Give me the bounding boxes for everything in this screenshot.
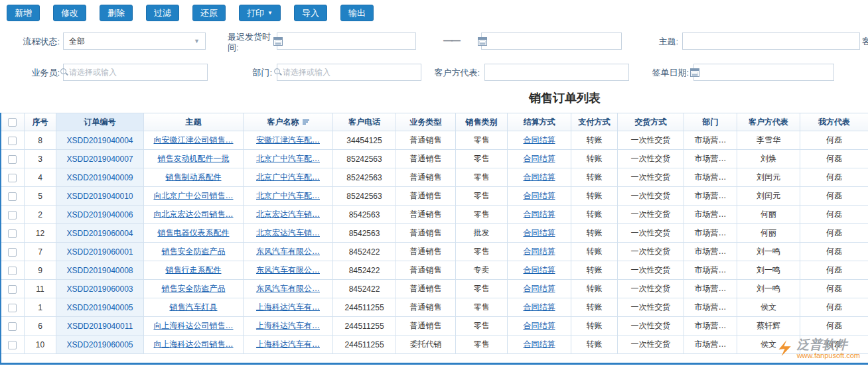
cell-subject[interactable]: 向北京宏达公司销售… — [144, 206, 244, 224]
cell-order_no[interactable]: XSDD2019060003 — [56, 280, 144, 298]
column-header[interactable]: 销售类别 — [456, 113, 508, 131]
search-icon[interactable] — [273, 68, 283, 77]
cell-settle[interactable]: 合同结算 — [508, 131, 571, 150]
cell-order_no[interactable]: XSDD2019060001 — [56, 243, 144, 261]
customer-rep-input[interactable] — [484, 64, 629, 81]
sign-date-input[interactable] — [693, 64, 834, 81]
column-header[interactable]: 客户方代表 — [737, 113, 800, 131]
cell-customer[interactable]: 东风汽车有限公… — [244, 280, 333, 298]
department-input[interactable] — [277, 64, 421, 81]
calendar-icon[interactable] — [690, 68, 699, 77]
cell-settle[interactable]: 合同结算 — [508, 206, 571, 224]
cell-subject[interactable]: 销售制动系配件 — [144, 168, 244, 187]
cell-order_no[interactable]: XSDD2019060004 — [56, 224, 144, 243]
cell-order_no[interactable]: XSDD2019040008 — [56, 261, 144, 280]
select-all-checkbox[interactable] — [8, 118, 17, 127]
row-checkbox[interactable] — [8, 211, 17, 219]
row-checkbox[interactable] — [8, 341, 17, 349]
cell-subject[interactable]: 向上海科达公司销售… — [144, 336, 244, 354]
sort-filter-icon[interactable] — [303, 119, 309, 125]
salesman-input[interactable] — [63, 64, 208, 81]
toolbar-button[interactable]: 修改 — [53, 5, 86, 21]
cell-settle[interactable]: 合同结算 — [508, 280, 571, 298]
cell-customer[interactable]: 东风汽车有限公… — [244, 261, 333, 280]
cell-customer[interactable]: 安徽江津汽车配… — [244, 131, 333, 150]
cell-subject[interactable]: 销售发动机配件一批 — [144, 150, 244, 168]
cell-order_no[interactable]: XSDD2019040005 — [56, 298, 144, 317]
toolbar-button[interactable]: 打印▼ — [239, 5, 281, 21]
column-header[interactable]: 交货方式 — [618, 113, 684, 131]
toolbar-button[interactable]: 输出 — [340, 5, 374, 21]
cell-order_no[interactable]: XSDD2019040010 — [56, 187, 144, 206]
cell-sale_cat: 零售 — [456, 336, 508, 354]
row-checkbox[interactable] — [8, 322, 17, 331]
column-header[interactable]: 客户电话 — [333, 113, 396, 131]
cell-subject[interactable]: 向安徽江津公司销售… — [144, 131, 244, 150]
row-checkbox[interactable] — [8, 267, 17, 275]
cell-settle[interactable]: 合同结算 — [508, 317, 571, 336]
cell-settle[interactable]: 合同结算 — [508, 261, 571, 280]
cell-customer[interactable]: 东风汽车有限公… — [244, 243, 333, 261]
cell-settle[interactable]: 合同结算 — [508, 150, 571, 168]
column-header[interactable]: 订单编号 — [56, 113, 144, 131]
cell-customer[interactable]: 北京广中汽车配… — [244, 150, 333, 168]
cell-subject[interactable]: 销售电器仪表系配件 — [144, 224, 244, 243]
cell-our_rep: 何磊 — [800, 187, 868, 206]
toolbar-button[interactable]: 删除 — [100, 5, 133, 21]
latest-delivery-from-input[interactable] — [277, 32, 416, 50]
cell-customer[interactable]: 北京广中汽车配… — [244, 168, 333, 187]
cell-order_no[interactable]: XSDD2019040009 — [56, 168, 144, 187]
row-checkbox[interactable] — [8, 304, 17, 312]
cell-order_no[interactable]: XSDD2019060005 — [56, 336, 144, 354]
row-checkbox[interactable] — [8, 155, 17, 164]
row-checkbox[interactable] — [8, 192, 17, 201]
cell-settle[interactable]: 合同结算 — [508, 298, 571, 317]
row-checkbox[interactable] — [8, 248, 17, 257]
cell-subject[interactable]: 销售汽车灯具 — [144, 298, 244, 317]
cell-order_no[interactable]: XSDD2019040006 — [56, 206, 144, 224]
toolbar-button[interactable]: 导入 — [294, 5, 327, 21]
cell-subject[interactable]: 销售安全防盗产品 — [144, 280, 244, 298]
column-header[interactable]: 主题 — [144, 113, 244, 131]
search-icon[interactable] — [60, 68, 69, 77]
cell-subject[interactable]: 向上海科达公司销售… — [144, 317, 244, 336]
cell-subject[interactable]: 销售安全防盗产品 — [144, 243, 244, 261]
cell-order_no[interactable]: XSDD2019040007 — [56, 150, 144, 168]
toolbar-button[interactable]: 新增 — [7, 5, 40, 21]
process-status-select[interactable]: 全部 ▼ — [63, 32, 206, 50]
column-header[interactable]: 客户名称 — [244, 113, 333, 131]
toolbar-button[interactable]: 过滤 — [146, 5, 179, 21]
calendar-icon[interactable] — [478, 37, 487, 46]
cell-settle[interactable]: 合同结算 — [508, 336, 571, 354]
row-checkbox[interactable] — [8, 137, 17, 145]
cell-customer[interactable]: 上海科达汽车有… — [244, 298, 333, 317]
column-header-label: 结算方式 — [524, 117, 555, 127]
latest-delivery-to-input[interactable] — [481, 32, 622, 50]
cell-customer[interactable]: 北京宏达汽车销… — [244, 224, 333, 243]
cell-customer[interactable]: 北京广中汽车配… — [244, 187, 333, 206]
cell-customer[interactable]: 上海科达汽车有… — [244, 317, 333, 336]
cell-customer[interactable]: 上海科达汽车有… — [244, 336, 333, 354]
calendar-icon[interactable] — [273, 37, 283, 46]
row-checkbox[interactable] — [8, 285, 17, 294]
cell-customer[interactable]: 北京宏达汽车销… — [244, 206, 333, 224]
cell-order_no[interactable]: XSDD2019040011 — [56, 317, 144, 336]
row-checkbox[interactable] — [8, 174, 17, 182]
column-header[interactable]: 部门 — [684, 113, 737, 131]
column-header[interactable]: 序号 — [25, 113, 56, 131]
cell-order_no[interactable]: XSDD2019040004 — [56, 131, 144, 150]
cell-settle[interactable]: 合同结算 — [508, 187, 571, 206]
cell-subject[interactable]: 销售行走系配件 — [144, 261, 244, 280]
toolbar-button[interactable]: 还原 — [192, 5, 226, 21]
column-header[interactable]: 我方代表 — [800, 113, 868, 131]
cell-our_rep: 何磊 — [800, 243, 868, 261]
cell-settle[interactable]: 合同结算 — [508, 168, 571, 187]
subject-input[interactable] — [682, 32, 860, 50]
row-checkbox[interactable] — [8, 229, 17, 238]
cell-subject[interactable]: 向北京广中公司销售… — [144, 187, 244, 206]
column-header[interactable]: 业务类型 — [396, 113, 456, 131]
column-header[interactable]: 支付方式 — [571, 113, 618, 131]
column-header[interactable]: 结算方式 — [508, 113, 571, 131]
cell-settle[interactable]: 合同结算 — [508, 243, 571, 261]
cell-settle[interactable]: 合同结算 — [508, 224, 571, 243]
